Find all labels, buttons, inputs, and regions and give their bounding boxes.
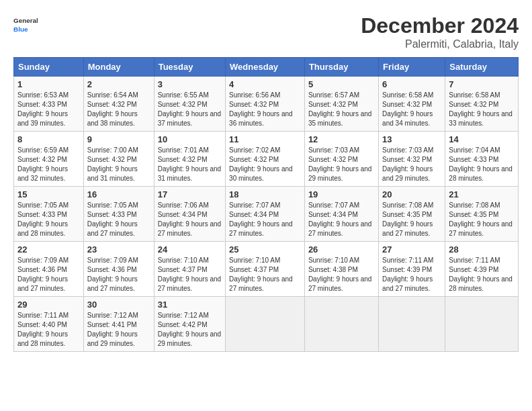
calendar-cell: 16 Sunrise: 7:05 AMSunset: 4:33 PMDaylig… <box>83 187 154 242</box>
day-number: 30 <box>87 300 150 310</box>
calendar-cell: 8 Sunrise: 6:59 AMSunset: 4:32 PMDayligh… <box>14 132 84 187</box>
calendar-cell <box>445 297 519 352</box>
day-info: Sunrise: 7:03 AMSunset: 4:32 PMDaylight:… <box>308 146 372 182</box>
calendar-cell: 12 Sunrise: 7:03 AMSunset: 4:32 PMDaylig… <box>304 132 378 187</box>
day-number: 26 <box>308 244 375 255</box>
day-info: Sunrise: 7:07 AMSunset: 4:34 PMDaylight:… <box>308 201 372 237</box>
day-info: Sunrise: 6:59 AMSunset: 4:32 PMDaylight:… <box>17 146 69 182</box>
week-row-2: 8 Sunrise: 6:59 AMSunset: 4:32 PMDayligh… <box>14 132 519 187</box>
week-row-3: 15 Sunrise: 7:05 AMSunset: 4:33 PMDaylig… <box>14 187 519 242</box>
day-info: Sunrise: 7:07 AMSunset: 4:34 PMDaylight:… <box>229 201 293 237</box>
calendar-cell <box>304 297 378 352</box>
calendar-cell: 9 Sunrise: 7:00 AMSunset: 4:32 PMDayligh… <box>83 132 154 187</box>
day-number: 21 <box>449 189 515 199</box>
day-info: Sunrise: 7:05 AMSunset: 4:33 PMDaylight:… <box>17 201 69 237</box>
day-number: 29 <box>17 300 80 310</box>
svg-text:Blue: Blue <box>13 26 28 33</box>
col-thursday: Thursday <box>304 58 378 77</box>
day-number: 3 <box>158 79 222 89</box>
day-info: Sunrise: 6:56 AMSunset: 4:32 PMDaylight:… <box>229 91 293 127</box>
day-info: Sunrise: 6:53 AMSunset: 4:33 PMDaylight:… <box>17 91 69 127</box>
logo: General Blue <box>13 13 38 38</box>
calendar-cell: 4 Sunrise: 6:56 AMSunset: 4:32 PMDayligh… <box>226 77 305 132</box>
calendar-cell: 22 Sunrise: 7:09 AMSunset: 4:36 PMDaylig… <box>14 242 84 297</box>
calendar-cell: 19 Sunrise: 7:07 AMSunset: 4:34 PMDaylig… <box>304 187 378 242</box>
day-info: Sunrise: 7:08 AMSunset: 4:35 PMDaylight:… <box>382 201 433 237</box>
day-number: 1 <box>17 79 80 89</box>
day-info: Sunrise: 7:03 AMSunset: 4:32 PMDaylight:… <box>382 146 433 182</box>
calendar-cell: 6 Sunrise: 6:58 AMSunset: 4:32 PMDayligh… <box>379 77 445 132</box>
day-info: Sunrise: 7:05 AMSunset: 4:33 PMDaylight:… <box>87 201 138 237</box>
page-header: General Blue December 2024 Palermiti, Ca… <box>13 13 519 50</box>
day-number: 10 <box>158 134 222 144</box>
day-info: Sunrise: 7:01 AMSunset: 4:32 PMDaylight:… <box>158 146 222 182</box>
day-info: Sunrise: 7:00 AMSunset: 4:32 PMDaylight:… <box>87 146 138 182</box>
day-info: Sunrise: 7:12 AMSunset: 4:41 PMDaylight:… <box>87 312 138 347</box>
calendar-cell: 21 Sunrise: 7:08 AMSunset: 4:35 PMDaylig… <box>445 187 519 242</box>
day-info: Sunrise: 7:10 AMSunset: 4:37 PMDaylight:… <box>158 257 222 292</box>
day-number: 18 <box>229 189 301 199</box>
title-block: December 2024 Palermiti, Calabria, Italy <box>361 13 519 50</box>
day-number: 2 <box>87 79 150 89</box>
calendar-cell: 1 Sunrise: 6:53 AMSunset: 4:33 PMDayligh… <box>14 77 84 132</box>
day-number: 24 <box>158 244 222 255</box>
day-info: Sunrise: 7:06 AMSunset: 4:34 PMDaylight:… <box>158 201 222 237</box>
calendar-cell: 23 Sunrise: 7:09 AMSunset: 4:36 PMDaylig… <box>83 242 154 297</box>
calendar-cell: 5 Sunrise: 6:57 AMSunset: 4:32 PMDayligh… <box>304 77 378 132</box>
day-info: Sunrise: 7:04 AMSunset: 4:33 PMDaylight:… <box>449 146 513 182</box>
calendar-cell: 27 Sunrise: 7:11 AMSunset: 4:39 PMDaylig… <box>379 242 445 297</box>
week-row-4: 22 Sunrise: 7:09 AMSunset: 4:36 PMDaylig… <box>14 242 519 297</box>
day-info: Sunrise: 7:09 AMSunset: 4:36 PMDaylight:… <box>17 257 69 292</box>
day-number: 14 <box>449 134 515 144</box>
day-info: Sunrise: 6:54 AMSunset: 4:32 PMDaylight:… <box>87 91 138 127</box>
day-info: Sunrise: 7:11 AMSunset: 4:39 PMDaylight:… <box>449 257 513 292</box>
day-number: 17 <box>158 189 222 199</box>
calendar-cell: 14 Sunrise: 7:04 AMSunset: 4:33 PMDaylig… <box>445 132 519 187</box>
day-number: 5 <box>308 79 375 89</box>
day-number: 23 <box>87 244 150 255</box>
col-wednesday: Wednesday <box>226 58 305 77</box>
calendar-cell: 11 Sunrise: 7:02 AMSunset: 4:32 PMDaylig… <box>226 132 305 187</box>
calendar-cell: 29 Sunrise: 7:11 AMSunset: 4:40 PMDaylig… <box>14 297 84 352</box>
day-number: 4 <box>229 79 301 89</box>
day-number: 25 <box>229 244 301 255</box>
day-number: 27 <box>382 244 441 255</box>
main-title: December 2024 <box>361 13 519 38</box>
calendar-cell: 28 Sunrise: 7:11 AMSunset: 4:39 PMDaylig… <box>445 242 519 297</box>
calendar-cell: 2 Sunrise: 6:54 AMSunset: 4:32 PMDayligh… <box>83 77 154 132</box>
day-number: 6 <box>382 79 441 89</box>
day-info: Sunrise: 7:02 AMSunset: 4:32 PMDaylight:… <box>229 146 293 182</box>
col-tuesday: Tuesday <box>154 58 225 77</box>
day-number: 12 <box>308 134 375 144</box>
day-number: 28 <box>449 244 515 255</box>
calendar-cell: 31 Sunrise: 7:12 AMSunset: 4:42 PMDaylig… <box>154 297 225 352</box>
svg-text:General: General <box>13 17 38 24</box>
calendar-cell <box>379 297 445 352</box>
calendar-cell: 13 Sunrise: 7:03 AMSunset: 4:32 PMDaylig… <box>379 132 445 187</box>
calendar-cell: 26 Sunrise: 7:10 AMSunset: 4:38 PMDaylig… <box>304 242 378 297</box>
calendar-cell: 10 Sunrise: 7:01 AMSunset: 4:32 PMDaylig… <box>154 132 225 187</box>
day-info: Sunrise: 6:58 AMSunset: 4:32 PMDaylight:… <box>382 91 433 127</box>
logo-icon: General Blue <box>13 13 38 38</box>
day-number: 22 <box>17 244 80 255</box>
day-number: 7 <box>449 79 515 89</box>
day-info: Sunrise: 7:12 AMSunset: 4:42 PMDaylight:… <box>158 312 222 347</box>
calendar-cell: 3 Sunrise: 6:55 AMSunset: 4:32 PMDayligh… <box>154 77 225 132</box>
day-number: 15 <box>17 189 80 199</box>
col-monday: Monday <box>83 58 154 77</box>
calendar-cell <box>226 297 305 352</box>
day-info: Sunrise: 6:57 AMSunset: 4:32 PMDaylight:… <box>308 91 372 127</box>
calendar-cell: 18 Sunrise: 7:07 AMSunset: 4:34 PMDaylig… <box>226 187 305 242</box>
day-info: Sunrise: 7:10 AMSunset: 4:38 PMDaylight:… <box>308 257 372 292</box>
header-row: Sunday Monday Tuesday Wednesday Thursday… <box>14 58 519 77</box>
calendar-table: Sunday Monday Tuesday Wednesday Thursday… <box>13 57 519 352</box>
calendar-cell: 24 Sunrise: 7:10 AMSunset: 4:37 PMDaylig… <box>154 242 225 297</box>
day-info: Sunrise: 7:09 AMSunset: 4:36 PMDaylight:… <box>87 257 138 292</box>
day-info: Sunrise: 7:08 AMSunset: 4:35 PMDaylight:… <box>449 201 513 237</box>
calendar-cell: 25 Sunrise: 7:10 AMSunset: 4:37 PMDaylig… <box>226 242 305 297</box>
day-number: 9 <box>87 134 150 144</box>
calendar-cell: 15 Sunrise: 7:05 AMSunset: 4:33 PMDaylig… <box>14 187 84 242</box>
day-number: 31 <box>158 300 222 310</box>
calendar-cell: 20 Sunrise: 7:08 AMSunset: 4:35 PMDaylig… <box>379 187 445 242</box>
day-number: 13 <box>382 134 441 144</box>
